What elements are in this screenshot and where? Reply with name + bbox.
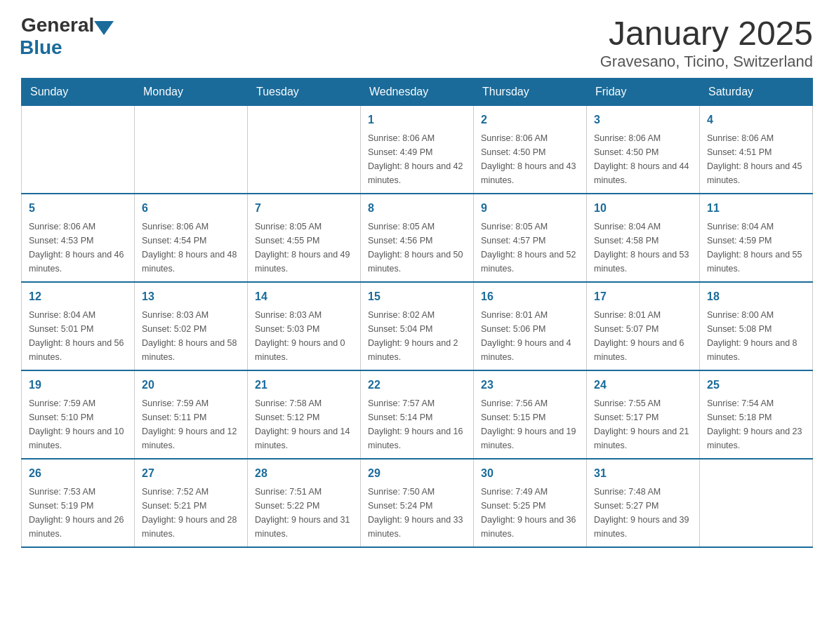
- calendar-subtitle: Gravesano, Ticino, Switzerland: [600, 53, 813, 71]
- day-info: Sunrise: 7:57 AM Sunset: 5:14 PM Dayligh…: [368, 396, 466, 452]
- day-info: Sunrise: 7:50 AM Sunset: 5:24 PM Dayligh…: [368, 485, 466, 541]
- day-number: 18: [707, 288, 805, 305]
- day-info: Sunrise: 7:56 AM Sunset: 5:15 PM Dayligh…: [481, 396, 579, 452]
- weekday-header-friday: Friday: [587, 79, 700, 106]
- day-info: Sunrise: 7:51 AM Sunset: 5:22 PM Dayligh…: [255, 485, 353, 541]
- calendar-day-24: 24Sunrise: 7:55 AM Sunset: 5:17 PM Dayli…: [587, 370, 700, 459]
- day-number: 17: [594, 288, 692, 305]
- day-info: Sunrise: 8:02 AM Sunset: 5:04 PM Dayligh…: [368, 308, 466, 364]
- day-number: 7: [255, 200, 353, 217]
- day-number: 1: [368, 112, 466, 128]
- day-info: Sunrise: 7:58 AM Sunset: 5:12 PM Dayligh…: [255, 396, 353, 452]
- day-number: 31: [594, 465, 692, 482]
- page-header: General Blue January 2025 Gravesano, Tic…: [21, 14, 813, 71]
- day-number: 24: [594, 377, 692, 394]
- title-section: January 2025 Gravesano, Ticino, Switzerl…: [600, 14, 813, 71]
- day-info: Sunrise: 8:05 AM Sunset: 4:57 PM Dayligh…: [481, 220, 579, 276]
- day-number: 4: [707, 112, 805, 128]
- calendar-day-30: 30Sunrise: 7:49 AM Sunset: 5:25 PM Dayli…: [474, 459, 587, 547]
- day-number: 28: [255, 465, 353, 482]
- day-info: Sunrise: 8:00 AM Sunset: 5:08 PM Dayligh…: [707, 308, 805, 364]
- day-info: Sunrise: 8:03 AM Sunset: 5:03 PM Dayligh…: [255, 308, 353, 364]
- day-number: 11: [707, 200, 805, 217]
- calendar-day-23: 23Sunrise: 7:56 AM Sunset: 5:15 PM Dayli…: [474, 370, 587, 459]
- calendar-day-10: 10Sunrise: 8:04 AM Sunset: 4:58 PM Dayli…: [587, 194, 700, 282]
- day-number: 15: [368, 288, 466, 305]
- calendar-day-9: 9Sunrise: 8:05 AM Sunset: 4:57 PM Daylig…: [474, 194, 587, 282]
- calendar-day-28: 28Sunrise: 7:51 AM Sunset: 5:22 PM Dayli…: [248, 459, 361, 547]
- weekday-header-monday: Monday: [135, 79, 248, 106]
- calendar-day-13: 13Sunrise: 8:03 AM Sunset: 5:02 PM Dayli…: [135, 282, 248, 370]
- day-info: Sunrise: 8:06 AM Sunset: 4:50 PM Dayligh…: [594, 131, 692, 187]
- calendar-day-2: 2Sunrise: 8:06 AM Sunset: 4:50 PM Daylig…: [474, 106, 587, 194]
- day-number: 21: [255, 377, 353, 394]
- day-info: Sunrise: 7:52 AM Sunset: 5:21 PM Dayligh…: [142, 485, 240, 541]
- logo-arrow-icon: [94, 21, 114, 35]
- calendar-body: 1Sunrise: 8:06 AM Sunset: 4:49 PM Daylig…: [22, 106, 813, 548]
- calendar-day-21: 21Sunrise: 7:58 AM Sunset: 5:12 PM Dayli…: [248, 370, 361, 459]
- calendar-day-4: 4Sunrise: 8:06 AM Sunset: 4:51 PM Daylig…: [700, 106, 813, 194]
- day-info: Sunrise: 8:05 AM Sunset: 4:56 PM Dayligh…: [368, 220, 466, 276]
- day-number: 2: [481, 112, 579, 128]
- day-info: Sunrise: 8:06 AM Sunset: 4:54 PM Dayligh…: [142, 220, 240, 276]
- day-info: Sunrise: 8:03 AM Sunset: 5:02 PM Dayligh…: [142, 308, 240, 364]
- calendar-week-3: 19Sunrise: 7:59 AM Sunset: 5:10 PM Dayli…: [22, 370, 813, 459]
- day-number: 3: [594, 112, 692, 128]
- weekday-header-saturday: Saturday: [700, 79, 813, 106]
- calendar-week-1: 5Sunrise: 8:06 AM Sunset: 4:53 PM Daylig…: [22, 194, 813, 282]
- calendar-title: January 2025: [600, 14, 813, 53]
- calendar-header: SundayMondayTuesdayWednesdayThursdayFrid…: [22, 79, 813, 106]
- day-number: 20: [142, 377, 240, 394]
- calendar-day-12: 12Sunrise: 8:04 AM Sunset: 5:01 PM Dayli…: [22, 282, 135, 370]
- calendar-empty-cell: [135, 106, 248, 194]
- calendar-day-15: 15Sunrise: 8:02 AM Sunset: 5:04 PM Dayli…: [361, 282, 474, 370]
- weekday-header-sunday: Sunday: [22, 79, 135, 106]
- day-info: Sunrise: 7:59 AM Sunset: 5:11 PM Dayligh…: [142, 396, 240, 452]
- calendar-day-31: 31Sunrise: 7:48 AM Sunset: 5:27 PM Dayli…: [587, 459, 700, 547]
- day-info: Sunrise: 7:54 AM Sunset: 5:18 PM Dayligh…: [707, 396, 805, 452]
- calendar-day-18: 18Sunrise: 8:00 AM Sunset: 5:08 PM Dayli…: [700, 282, 813, 370]
- logo-text-general: General: [21, 14, 94, 36]
- calendar-table: SundayMondayTuesdayWednesdayThursdayFrid…: [21, 78, 813, 548]
- calendar-day-6: 6Sunrise: 8:06 AM Sunset: 4:54 PM Daylig…: [135, 194, 248, 282]
- weekday-header-thursday: Thursday: [474, 79, 587, 106]
- day-info: Sunrise: 8:05 AM Sunset: 4:55 PM Dayligh…: [255, 220, 353, 276]
- day-info: Sunrise: 8:04 AM Sunset: 4:59 PM Dayligh…: [707, 220, 805, 276]
- calendar-day-25: 25Sunrise: 7:54 AM Sunset: 5:18 PM Dayli…: [700, 370, 813, 459]
- calendar-day-16: 16Sunrise: 8:01 AM Sunset: 5:06 PM Dayli…: [474, 282, 587, 370]
- day-number: 29: [368, 465, 466, 482]
- logo-text-blue: Blue: [20, 36, 62, 59]
- calendar-week-0: 1Sunrise: 8:06 AM Sunset: 4:49 PM Daylig…: [22, 106, 813, 194]
- weekday-header-tuesday: Tuesday: [248, 79, 361, 106]
- calendar-week-4: 26Sunrise: 7:53 AM Sunset: 5:19 PM Dayli…: [22, 459, 813, 547]
- calendar-day-8: 8Sunrise: 8:05 AM Sunset: 4:56 PM Daylig…: [361, 194, 474, 282]
- calendar-day-3: 3Sunrise: 8:06 AM Sunset: 4:50 PM Daylig…: [587, 106, 700, 194]
- day-number: 26: [29, 465, 127, 482]
- day-info: Sunrise: 7:59 AM Sunset: 5:10 PM Dayligh…: [29, 396, 127, 452]
- day-info: Sunrise: 8:04 AM Sunset: 5:01 PM Dayligh…: [29, 308, 127, 364]
- day-info: Sunrise: 7:55 AM Sunset: 5:17 PM Dayligh…: [594, 396, 692, 452]
- day-number: 14: [255, 288, 353, 305]
- day-number: 30: [481, 465, 579, 482]
- calendar-day-17: 17Sunrise: 8:01 AM Sunset: 5:07 PM Dayli…: [587, 282, 700, 370]
- day-info: Sunrise: 8:01 AM Sunset: 5:07 PM Dayligh…: [594, 308, 692, 364]
- day-number: 6: [142, 200, 240, 217]
- day-number: 16: [481, 288, 579, 305]
- day-number: 22: [368, 377, 466, 394]
- day-number: 12: [29, 288, 127, 305]
- weekday-header-wednesday: Wednesday: [361, 79, 474, 106]
- calendar-day-20: 20Sunrise: 7:59 AM Sunset: 5:11 PM Dayli…: [135, 370, 248, 459]
- calendar-day-29: 29Sunrise: 7:50 AM Sunset: 5:24 PM Dayli…: [361, 459, 474, 547]
- day-number: 9: [481, 200, 579, 217]
- day-info: Sunrise: 8:01 AM Sunset: 5:06 PM Dayligh…: [481, 308, 579, 364]
- day-number: 27: [142, 465, 240, 482]
- calendar-day-11: 11Sunrise: 8:04 AM Sunset: 4:59 PM Dayli…: [700, 194, 813, 282]
- calendar-day-5: 5Sunrise: 8:06 AM Sunset: 4:53 PM Daylig…: [22, 194, 135, 282]
- day-number: 25: [707, 377, 805, 394]
- day-number: 8: [368, 200, 466, 217]
- calendar-day-1: 1Sunrise: 8:06 AM Sunset: 4:49 PM Daylig…: [361, 106, 474, 194]
- calendar-empty-cell: [22, 106, 135, 194]
- day-number: 23: [481, 377, 579, 394]
- day-info: Sunrise: 8:06 AM Sunset: 4:53 PM Dayligh…: [29, 220, 127, 276]
- calendar-day-22: 22Sunrise: 7:57 AM Sunset: 5:14 PM Dayli…: [361, 370, 474, 459]
